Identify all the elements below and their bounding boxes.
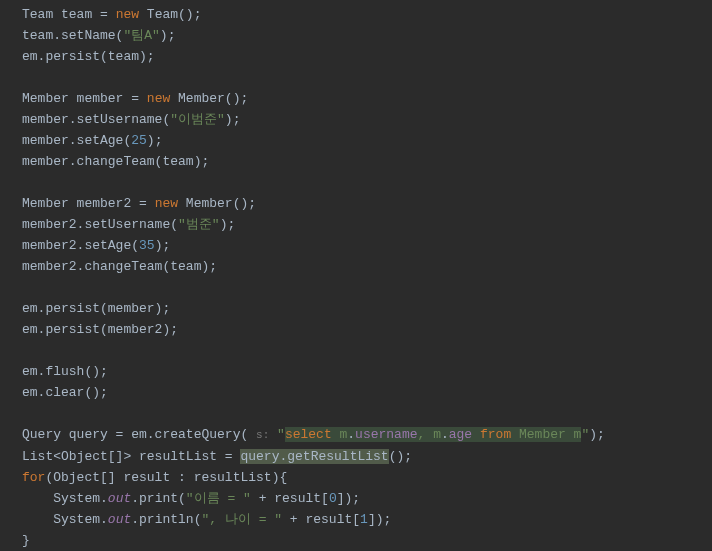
code-line: System.out.print("이름 = " + result[0]); [22, 491, 360, 506]
code-line: member2.changeTeam(team); [22, 259, 217, 274]
code-editor[interactable]: Team team = new Team(); team.setName("팀A… [0, 0, 712, 551]
code-line: Query query = em.createQuery( s: "select… [22, 427, 605, 442]
code-line: member.changeTeam(team); [22, 154, 209, 169]
code-line: } [22, 533, 30, 548]
code-line: Team team = new Team(); [22, 7, 201, 22]
code-line: em.persist(team); [22, 49, 155, 64]
code-line: member2.setUsername("범준"); [22, 217, 235, 232]
code-line: for(Object[] result : resultList){ [22, 470, 287, 485]
highlighted-call: query.getResultList [240, 449, 388, 464]
code-line: Member member2 = new Member(); [22, 196, 256, 211]
param-hint: s: [256, 429, 269, 441]
code-line: member2.setAge(35); [22, 238, 170, 253]
code-line: em.persist(member2); [22, 322, 178, 337]
code-line: em.flush(); [22, 364, 108, 379]
code-line: System.out.println(", 나이 = " + result[1]… [22, 512, 391, 527]
code-line: em.clear(); [22, 385, 108, 400]
code-line: em.persist(member); [22, 301, 170, 316]
code-line: member.setUsername("이범준"); [22, 112, 240, 127]
code-line: Member member = new Member(); [22, 91, 248, 106]
code-line: List<Object[]> resultList = query.getRes… [22, 449, 412, 464]
code-line: member.setAge(25); [22, 133, 162, 148]
code-line: team.setName("팀A"); [22, 28, 175, 43]
